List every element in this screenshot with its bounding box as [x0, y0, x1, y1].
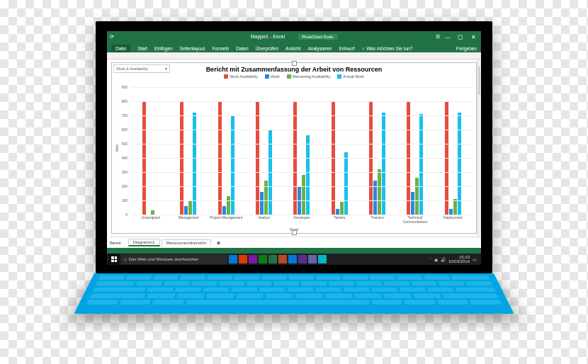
- ribbon-tabs: Datei Start Einfügen Seitenlayout Formel…: [107, 42, 481, 52]
- notifications-icon[interactable]: ▭: [473, 257, 477, 262]
- sheet-tab[interactable]: Ressourcenübersicht: [162, 239, 211, 246]
- file-tab[interactable]: Datei: [111, 45, 130, 52]
- taskbar-app-icon[interactable]: [318, 255, 327, 263]
- x-axis-label: Work: [112, 227, 476, 232]
- start-button[interactable]: [108, 254, 120, 265]
- ribbon-tab[interactable]: Einfügen: [154, 46, 173, 52]
- y-tick: 900: [122, 85, 128, 89]
- bar: [453, 199, 457, 215]
- bar: [378, 169, 381, 215]
- legend-item: Work Availability: [224, 74, 258, 79]
- y-tick: 800: [122, 99, 128, 103]
- clock-date: 10/03/2016: [448, 259, 470, 263]
- y-tick: 500: [122, 142, 128, 146]
- screen: ⟳ Mappe1 - Excel PivotChart-Tools ☰ — ▢ …: [107, 31, 481, 265]
- chevron-down-icon: ▾: [165, 67, 167, 71]
- share-button[interactable]: Freigeben: [456, 46, 477, 52]
- category-label: Management: [169, 215, 207, 220]
- legend-item: Actual Work: [337, 74, 364, 79]
- sheet-tab[interactable]: Diagramm1: [128, 239, 160, 246]
- maximize-button[interactable]: ▢: [456, 33, 465, 40]
- window-buttons: ☰ — ▢ ✕: [436, 33, 478, 40]
- excel-statusbar: [107, 248, 481, 254]
- y-tick: 600: [122, 127, 128, 132]
- ribbon-tab[interactable]: Analysieren: [307, 46, 332, 52]
- bar-group: Technical Communicators: [396, 87, 434, 215]
- taskbar-app-icon[interactable]: [249, 255, 257, 263]
- ribbon-tab[interactable]: Daten: [236, 46, 248, 52]
- type-cover-keyboard: [74, 273, 514, 314]
- taskbar-app-icon[interactable]: [259, 255, 267, 263]
- taskbar-app-icon[interactable]: [268, 255, 277, 263]
- status-label: Bereit: [110, 241, 121, 245]
- excel-window: ⟳ Mappe1 - Excel PivotChart-Tools ☰ — ▢ …: [107, 31, 481, 265]
- taskbar-app-icon[interactable]: [278, 255, 287, 263]
- windows-taskbar: ⌕ Das Web und Windows durchsuchen ˄ ◉ 🔊 …: [107, 254, 481, 265]
- search-icon: ⌕: [124, 257, 127, 261]
- y-tick: 0: [125, 212, 128, 217]
- document-title: Mappe1 - Excel: [251, 34, 285, 40]
- bar-group: Developer: [283, 87, 320, 215]
- account-icon[interactable]: ☰: [436, 34, 440, 40]
- ribbon-tab[interactable]: Entwurf: [339, 46, 354, 52]
- bar: [302, 175, 305, 215]
- windows-logo-icon: [111, 256, 117, 262]
- ribbon-tab[interactable]: Formeln: [212, 46, 229, 52]
- y-tick: 200: [122, 184, 128, 188]
- taskbar-app-icons: [229, 255, 327, 263]
- ribbon-tab[interactable]: Seitenlayout: [180, 46, 205, 52]
- chart-legend: Work Availability Work Remaining Availab…: [112, 74, 476, 80]
- add-sheet-button[interactable]: ⊕: [213, 239, 225, 246]
- network-icon[interactable]: ◉: [434, 257, 438, 262]
- bar: [344, 152, 348, 215]
- titlebar-center: Mappe1 - Excel PivotChart-Tools: [251, 34, 338, 40]
- bar: [184, 206, 188, 215]
- category-label: Trainers: [358, 215, 396, 220]
- bar: [415, 178, 419, 215]
- tray-chevron-icon[interactable]: ˄: [429, 257, 431, 262]
- pivot-chart[interactable]: Work & Availability ▾ Bericht mit Zusamm…: [111, 62, 477, 234]
- autosave-icon: ⟳: [110, 34, 114, 40]
- y-tick: 400: [122, 156, 128, 160]
- system-tray[interactable]: ˄ ◉ 🔊 15:23 10/03/2016 ▭: [429, 255, 480, 263]
- bar: [449, 209, 453, 215]
- taskbar-app-icon[interactable]: [308, 255, 317, 263]
- taskbar-search[interactable]: ⌕ Das Web und Windows durchsuchen: [121, 254, 227, 264]
- category-label: Developer: [283, 215, 320, 220]
- bar: [458, 113, 461, 215]
- taskbar-app-icon[interactable]: [288, 255, 297, 263]
- y-tick: 100: [122, 198, 128, 203]
- bar: [336, 209, 339, 215]
- vertical-scrollbar[interactable]: [477, 59, 481, 238]
- y-axis-ticks: 0100200300400500600700800900: [112, 87, 129, 215]
- excel-titlebar: ⟳ Mappe1 - Excel PivotChart-Tools ☰ — ▢ …: [107, 31, 481, 42]
- bar-group: Testers: [321, 87, 358, 215]
- ribbon-tab[interactable]: Überprüfen: [256, 46, 279, 52]
- category-label: Unassigned: [132, 215, 169, 220]
- ribbon-tab[interactable]: Ansicht: [285, 46, 300, 52]
- ribbon-tab[interactable]: Start: [137, 46, 147, 52]
- category-label: Deployment: [434, 215, 472, 220]
- y-tick: 300: [122, 170, 128, 174]
- bar-group: Unassigned: [132, 87, 169, 215]
- close-button[interactable]: ✕: [468, 33, 478, 40]
- category-label: Analyst: [245, 215, 283, 220]
- screen-bezel: ⟳ Mappe1 - Excel PivotChart-Tools ☰ — ▢ …: [96, 21, 492, 273]
- y-tick: 700: [122, 113, 128, 118]
- ribbon-body: [107, 52, 481, 59]
- tell-me-search[interactable]: ♀ Was möchten Sie tun?: [361, 46, 412, 52]
- surface-device-mockup: ⟳ Mappe1 - Excel PivotChart-Tools ☰ — ▢ …: [96, 21, 492, 343]
- pivot-filter-dropdown[interactable]: Work & Availability ▾: [113, 64, 170, 73]
- taskbar-app-icon[interactable]: [239, 255, 247, 263]
- taskbar-app-icon[interactable]: [229, 255, 237, 263]
- bar: [193, 113, 196, 215]
- taskbar-app-icon[interactable]: [298, 255, 307, 263]
- contextual-tab-label: PivotChart-Tools: [298, 34, 337, 40]
- bar: [188, 200, 192, 215]
- minimize-button[interactable]: —: [443, 33, 453, 40]
- volume-icon[interactable]: 🔊: [441, 257, 446, 262]
- bar: [340, 202, 344, 215]
- bar-group: Trainers: [358, 87, 396, 215]
- bar-group: Management: [169, 87, 207, 215]
- sheet-tab-strip: Bereit Diagramm1 Ressourcenübersicht ⊕: [110, 237, 478, 246]
